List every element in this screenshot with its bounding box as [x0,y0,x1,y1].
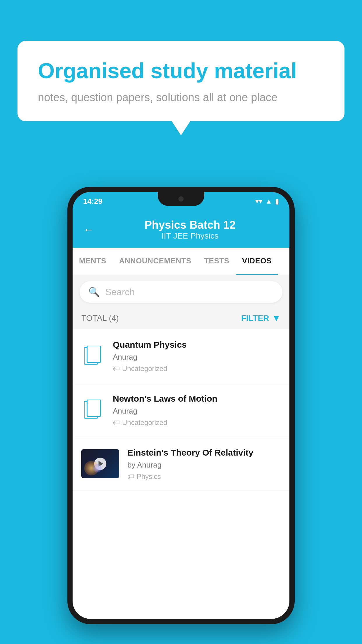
wifi-icon: ▾▾ [255,197,262,205]
speech-bubble-wrapper: Organised study material notes, question… [17,41,345,121]
video-thumbnail [81,449,119,478]
filter-label: FILTER [241,314,269,323]
bubble-subtitle: notes, question papers, solutions all at… [38,91,324,104]
filter-icon: ▼ [272,313,281,323]
search-bar-container: 🔍 Search [73,275,289,309]
video-info: Einstein's Theory Of Relativity by Anura… [127,447,281,481]
app-header: ← Physics Batch 12 IIT JEE Physics [73,211,289,248]
header-title-group: Physics Batch 12 IIT JEE Physics [101,219,279,241]
status-bar: 14:29 ▾▾ ▲ ▮ [73,192,289,211]
video-info: Quantum Physics Anurag 🏷 Uncategorized [113,339,281,373]
file-icon-wrapper [81,398,105,421]
filter-row: TOTAL (4) FILTER ▼ [73,309,289,329]
thumbnail-background [81,449,119,478]
tab-videos[interactable]: VIDEOS [236,248,278,275]
orb-decoration [93,464,102,473]
list-item[interactable]: Quantum Physics Anurag 🏷 Uncategorized [73,329,289,383]
tag-icon: 🏷 [113,419,120,427]
video-author: by Anurag [127,461,281,470]
phone-screen: ← Physics Batch 12 IIT JEE Physics MENTS… [73,211,289,619]
video-author: Anurag [113,407,281,416]
tag-label: Uncategorized [122,419,167,427]
svg-rect-1 [87,346,101,363]
video-list: Quantum Physics Anurag 🏷 Uncategorized [73,329,289,491]
file-icon-wrapper [81,344,105,368]
status-time: 14:29 [83,197,103,206]
video-author: Anurag [113,353,281,362]
phone-outer: 14:29 ▾▾ ▲ ▮ ← Physics Batch 12 IIT JEE … [67,187,295,624]
tabs-bar: MENTS ANNOUNCEMENTS TESTS VIDEOS [73,248,289,275]
video-title: Newton's Laws of Motion [113,393,281,404]
video-tag: 🏷 Uncategorized [113,365,281,373]
video-title: Quantum Physics [113,339,281,350]
tab-ments[interactable]: MENTS [73,248,113,275]
status-icons: ▾▾ ▲ ▮ [255,197,279,205]
header-subtitle: IIT JEE Physics [101,231,279,241]
filter-button[interactable]: FILTER ▼ [241,313,281,323]
tag-icon: 🏷 [127,473,134,481]
camera-dot [178,196,184,202]
header-main-title: Physics Batch 12 [101,219,279,231]
tab-tests[interactable]: TESTS [198,248,236,275]
file-pages-icon [84,400,102,420]
tag-label: Physics [137,473,161,481]
list-item[interactable]: Einstein's Theory Of Relativity by Anura… [73,437,289,491]
speech-bubble: Organised study material notes, question… [17,41,345,121]
phone-container: 14:29 ▾▾ ▲ ▮ ← Physics Batch 12 IIT JEE … [67,187,295,624]
video-tag: 🏷 Uncategorized [113,419,281,427]
tag-icon: 🏷 [113,365,120,373]
bubble-title: Organised study material [38,58,324,83]
svg-rect-3 [87,400,101,416]
back-button[interactable]: ← [83,223,94,236]
total-label: TOTAL (4) [81,314,119,323]
video-title: Einstein's Theory Of Relativity [127,447,281,458]
tag-label: Uncategorized [122,365,167,373]
search-icon: 🔍 [88,286,100,298]
list-item[interactable]: Newton's Laws of Motion Anurag 🏷 Uncateg… [73,383,289,437]
signal-icon: ▲ [265,197,272,205]
notch [158,192,204,206]
search-placeholder: Search [105,287,135,298]
battery-icon: ▮ [275,197,279,205]
search-bar[interactable]: 🔍 Search [80,281,282,303]
video-tag: 🏷 Physics [127,473,281,481]
tab-announcements[interactable]: ANNOUNCEMENTS [113,248,198,275]
file-pages-icon [84,346,102,366]
video-info: Newton's Laws of Motion Anurag 🏷 Uncateg… [113,393,281,427]
